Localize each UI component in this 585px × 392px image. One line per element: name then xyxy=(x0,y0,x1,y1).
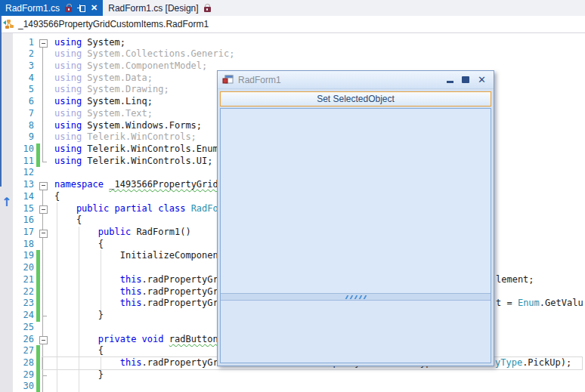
code-line[interactable]: { xyxy=(54,239,104,251)
change-bar xyxy=(36,381,40,392)
fold-collapse-box[interactable] xyxy=(39,230,48,238)
line-number: 17 xyxy=(11,227,34,239)
tab-label: RadForm1.cs xyxy=(5,3,60,14)
code-line[interactable]: using System.Data; xyxy=(54,73,153,85)
lock-icon xyxy=(204,4,211,12)
line-number: 22 xyxy=(11,286,34,298)
line-number: 12 xyxy=(11,167,34,179)
fold-collapse-box[interactable] xyxy=(39,39,48,48)
line-number: 24 xyxy=(11,310,34,322)
close-icon[interactable]: ✕ xyxy=(91,4,98,12)
change-bar xyxy=(36,144,40,156)
lock-icon xyxy=(65,4,72,12)
maximize-icon[interactable] xyxy=(462,76,469,83)
close-icon[interactable]: ✕ xyxy=(478,75,486,85)
window-title: RadForm1 xyxy=(238,75,281,85)
document-tab-strip: RadForm1.cs ✕ RadForm1.cs [Design] xyxy=(0,0,585,16)
line-number: 15 xyxy=(11,203,34,215)
radform1-window: RadForm1 ✕ Set SelectedObject xyxy=(217,70,494,366)
tab-radform1-cs[interactable]: RadForm1.cs ✕ xyxy=(0,0,103,16)
code-line[interactable]: using Telerik.WinControls; xyxy=(54,131,197,144)
line-number: 29 xyxy=(11,369,34,381)
line-number: 11 xyxy=(11,156,34,168)
change-bar xyxy=(36,156,40,168)
code-line[interactable]: } xyxy=(54,310,104,322)
code-line[interactable]: public partial class RadForm1 xyxy=(54,203,234,215)
line-number: 30 xyxy=(11,381,34,392)
line-number: 5 xyxy=(11,84,34,96)
property-grid-splitter[interactable] xyxy=(221,293,491,301)
code-line[interactable]: private void radButton1_Cl xyxy=(54,334,240,346)
set-selectedobject-button[interactable]: Set SelectedObject xyxy=(220,91,491,106)
change-bar xyxy=(36,250,40,262)
change-bar xyxy=(36,262,40,274)
change-bar xyxy=(36,345,40,357)
code-line[interactable]: } xyxy=(54,369,104,381)
tab-label: RadForm1.cs [Design] xyxy=(108,3,198,14)
line-number: 9 xyxy=(11,131,34,144)
navigation-bar: _1493566PropertyGridCustomItems.RadForm1 xyxy=(0,16,585,33)
line-number: 27 xyxy=(11,345,34,357)
change-bar xyxy=(36,357,40,369)
code-line[interactable]: using System.Linq; xyxy=(54,96,153,108)
window-titlebar[interactable]: RadForm1 ✕ xyxy=(218,71,494,89)
fold-collapse-box[interactable] xyxy=(39,182,48,190)
change-bar xyxy=(36,298,40,310)
line-number: 7 xyxy=(11,108,34,120)
line-number: 21 xyxy=(11,274,34,286)
code-line[interactable]: using System.ComponentModel; xyxy=(54,60,207,73)
minimize-icon[interactable] xyxy=(447,81,453,83)
code-line[interactable]: using Telerik.WinControls.Enumer xyxy=(54,144,229,156)
code-line[interactable]: using System.Text; xyxy=(54,108,153,120)
code-line[interactable]: using Telerik.WinControls.UI; xyxy=(54,156,213,168)
code-line[interactable]: using System.Windows.Forms; xyxy=(54,120,202,132)
code-line[interactable]: this.radPropertyGrid1t = Enum.GetValu xyxy=(54,298,234,310)
breadcrumb[interactable]: _1493566PropertyGridCustomItems.RadForm1 xyxy=(18,19,209,29)
pin-icon[interactable] xyxy=(77,4,85,12)
class-icon xyxy=(2,19,15,30)
line-number: 20 xyxy=(11,262,34,274)
line-number: 28 xyxy=(11,357,34,369)
outline-line xyxy=(42,47,43,162)
line-number: 13 xyxy=(11,179,34,191)
fold-collapse-box[interactable] xyxy=(39,336,48,344)
property-grid-items-area[interactable] xyxy=(221,109,491,293)
code-line[interactable]: { xyxy=(54,215,82,227)
line-number: 26 xyxy=(11,334,34,346)
change-bar xyxy=(36,310,40,322)
line-number: 19 xyxy=(11,250,34,262)
code-line[interactable]: this.radPropertyGrid1 xyxy=(54,286,234,298)
change-bar xyxy=(36,274,40,286)
outline-end xyxy=(42,316,47,316)
outline-end xyxy=(42,162,47,162)
code-line[interactable]: this.radPropertyGrid1lement; xyxy=(54,274,234,286)
line-number: 6 xyxy=(11,96,34,108)
code-line[interactable]: using System; xyxy=(54,37,125,49)
change-bar xyxy=(36,369,40,381)
line-number: 10 xyxy=(11,144,34,156)
line-number: 1 xyxy=(11,37,34,49)
code-line[interactable]: public RadForm1() xyxy=(54,227,191,239)
button-label: Set SelectedObject xyxy=(317,94,395,104)
form-icon xyxy=(222,75,234,85)
code-line[interactable]: using System.Collections.Generic; xyxy=(54,48,234,60)
line-number: 18 xyxy=(11,239,34,251)
code-line[interactable]: { xyxy=(54,345,104,357)
tab-radform1-cs-design[interactable]: RadForm1.cs [Design] xyxy=(103,0,215,16)
code-line[interactable]: { xyxy=(54,191,60,203)
property-grid-description-pane[interactable] xyxy=(221,301,491,363)
code-line[interactable]: using System.Drawing; xyxy=(54,84,169,96)
change-bar xyxy=(36,286,40,298)
code-line[interactable]: InitializeComponent(); xyxy=(54,250,240,262)
outline-end xyxy=(42,375,47,376)
fold-collapse-box[interactable] xyxy=(39,205,48,214)
code-line[interactable]: namespace _1493566PropertyGridCus xyxy=(54,179,234,191)
line-number: 3 xyxy=(11,60,34,73)
editor-left-border xyxy=(0,16,2,187)
line-number: 8 xyxy=(11,120,34,132)
line-number: 2 xyxy=(11,48,34,60)
line-number: 25 xyxy=(11,322,34,334)
line-number: 14 xyxy=(11,191,34,203)
line-number: 23 xyxy=(11,298,34,310)
line-number: 16 xyxy=(11,215,34,227)
